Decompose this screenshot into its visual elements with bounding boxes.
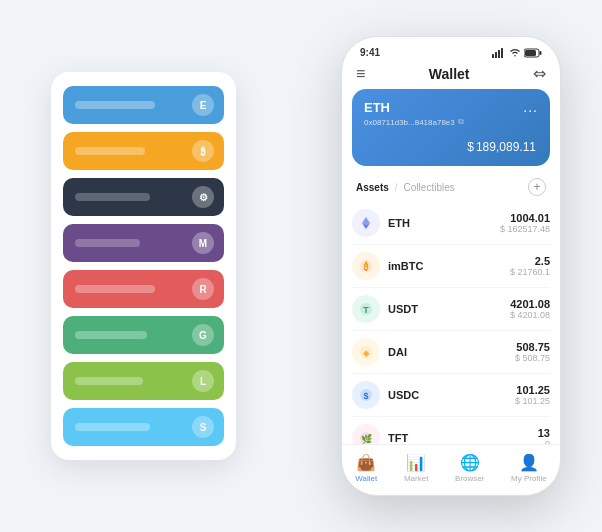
- usdt-icon: T: [352, 295, 380, 323]
- card-icon: M: [192, 232, 214, 254]
- asset-right: 2.5 $ 21760.1: [510, 255, 550, 277]
- asset-left: ₿ imBTC: [352, 252, 423, 280]
- svg-point-4: [514, 55, 516, 57]
- nav-wallet[interactable]: 👜 Wallet: [355, 453, 377, 483]
- eth-card-title: ETH: [364, 100, 390, 115]
- asset-right: 101.25 $ 101.25: [515, 384, 550, 406]
- card-icon: R: [192, 278, 214, 300]
- asset-amount-dai: 508.75: [515, 341, 550, 353]
- asset-list: ETH 1004.01 $ 162517.48 ₿ imBTC 2.5 $ 21…: [342, 202, 560, 444]
- svg-rect-3: [501, 48, 503, 58]
- card-label: [75, 101, 155, 109]
- svg-rect-2: [498, 50, 500, 58]
- assets-tab-active[interactable]: Assets: [356, 182, 389, 193]
- eth-card-header: ETH ...: [364, 99, 538, 115]
- wallet-title: Wallet: [429, 66, 470, 82]
- card-label: [75, 239, 140, 247]
- asset-right: 508.75 $ 508.75: [515, 341, 550, 363]
- asset-item-eth[interactable]: ETH 1004.01 $ 162517.48: [352, 202, 550, 245]
- battery-icon: [524, 48, 542, 58]
- phone: 9:41: [341, 36, 561, 496]
- card-item[interactable]: ⚙: [63, 178, 224, 216]
- card-item[interactable]: S: [63, 408, 224, 446]
- asset-item-imbtc[interactable]: ₿ imBTC 2.5 $ 21760.1: [352, 245, 550, 288]
- card-item[interactable]: G: [63, 316, 224, 354]
- svg-text:$: $: [363, 391, 368, 401]
- card-item[interactable]: R: [63, 270, 224, 308]
- asset-item-dai[interactable]: ◈ DAI 508.75 $ 508.75: [352, 331, 550, 374]
- wallet-nav-icon: 👜: [356, 453, 376, 472]
- asset-usd-dai: $ 508.75: [515, 353, 550, 363]
- signal-icon: [492, 48, 506, 58]
- menu-icon[interactable]: ≡: [356, 65, 365, 83]
- svg-text:◈: ◈: [362, 349, 370, 358]
- status-icons: [492, 48, 542, 58]
- asset-amount-usdt: 4201.08: [510, 298, 550, 310]
- asset-amount-tft: 13: [538, 427, 550, 439]
- status-time: 9:41: [360, 47, 380, 58]
- nav-browser[interactable]: 🌐 Browser: [455, 453, 484, 483]
- eth-card-dots[interactable]: ...: [523, 99, 538, 115]
- card-label: [75, 377, 143, 385]
- profile-nav-icon: 👤: [519, 453, 539, 472]
- asset-name-tft: TFT: [388, 432, 408, 444]
- asset-name-eth: ETH: [388, 217, 410, 229]
- card-icon: S: [192, 416, 214, 438]
- svg-rect-6: [540, 51, 542, 55]
- card-icon: L: [192, 370, 214, 392]
- card-item[interactable]: ₿: [63, 132, 224, 170]
- asset-left: T USDT: [352, 295, 418, 323]
- asset-right: 4201.08 $ 4201.08: [510, 298, 550, 320]
- card-item[interactable]: L: [63, 362, 224, 400]
- asset-amount-eth: 1004.01: [500, 212, 550, 224]
- asset-usd-eth: $ 162517.48: [500, 224, 550, 234]
- svg-text:🌿: 🌿: [361, 433, 373, 444]
- asset-left: $ USDC: [352, 381, 419, 409]
- asset-right: 13 0: [538, 427, 550, 444]
- asset-name-imbtc: imBTC: [388, 260, 423, 272]
- card-item[interactable]: E: [63, 86, 224, 124]
- asset-usd-usdt: $ 4201.08: [510, 310, 550, 320]
- asset-usd-imbtc: $ 21760.1: [510, 267, 550, 277]
- assets-tab-collectibles[interactable]: Collectibles: [404, 182, 455, 193]
- card-label: [75, 331, 147, 339]
- assets-header: Assets / Collectibles +: [342, 174, 560, 202]
- browser-nav-icon: 🌐: [460, 453, 480, 472]
- card-icon: ⚙: [192, 186, 214, 208]
- asset-item-usdt[interactable]: T USDT 4201.08 $ 4201.08: [352, 288, 550, 331]
- eth-card[interactable]: ETH ... 0x08711d3b...8418a78e3 ⧉ $189,08…: [352, 89, 550, 166]
- card-icon: G: [192, 324, 214, 346]
- svg-rect-0: [492, 54, 494, 58]
- asset-name-usdt: USDT: [388, 303, 418, 315]
- browser-nav-label: Browser: [455, 474, 484, 483]
- asset-left: 🌿 TFT: [352, 424, 408, 444]
- card-label: [75, 147, 145, 155]
- usdc-icon: $: [352, 381, 380, 409]
- expand-icon[interactable]: ⇔: [533, 64, 546, 83]
- profile-nav-label: My Profile: [511, 474, 547, 483]
- card-item[interactable]: M: [63, 224, 224, 262]
- wallet-nav-label: Wallet: [355, 474, 377, 483]
- status-bar: 9:41: [342, 37, 560, 62]
- asset-amount-imbtc: 2.5: [510, 255, 550, 267]
- card-icon: ₿: [192, 140, 214, 162]
- asset-usd-usdc: $ 101.25: [515, 396, 550, 406]
- asset-amount-usdc: 101.25: [515, 384, 550, 396]
- top-nav: ≡ Wallet ⇔: [342, 62, 560, 89]
- tft-icon: 🌿: [352, 424, 380, 444]
- scene: E ₿ ⚙ M R G L S: [21, 21, 581, 511]
- card-label: [75, 285, 155, 293]
- nav-profile[interactable]: 👤 My Profile: [511, 453, 547, 483]
- asset-right: 1004.01 $ 162517.48: [500, 212, 550, 234]
- asset-name-dai: DAI: [388, 346, 407, 358]
- assets-tabs: Assets / Collectibles: [356, 182, 455, 193]
- asset-item-usdc[interactable]: $ USDC 101.25 $ 101.25: [352, 374, 550, 417]
- asset-item-tft[interactable]: 🌿 TFT 13 0: [352, 417, 550, 444]
- copy-icon[interactable]: ⧉: [458, 117, 464, 127]
- market-nav-icon: 📊: [406, 453, 426, 472]
- nav-market[interactable]: 📊 Market: [404, 453, 428, 483]
- eth-balance: $189,089.11: [364, 133, 538, 156]
- add-asset-button[interactable]: +: [528, 178, 546, 196]
- asset-left: ETH: [352, 209, 410, 237]
- bottom-nav: 👜 Wallet 📊 Market 🌐 Browser 👤 My Profile: [342, 444, 560, 495]
